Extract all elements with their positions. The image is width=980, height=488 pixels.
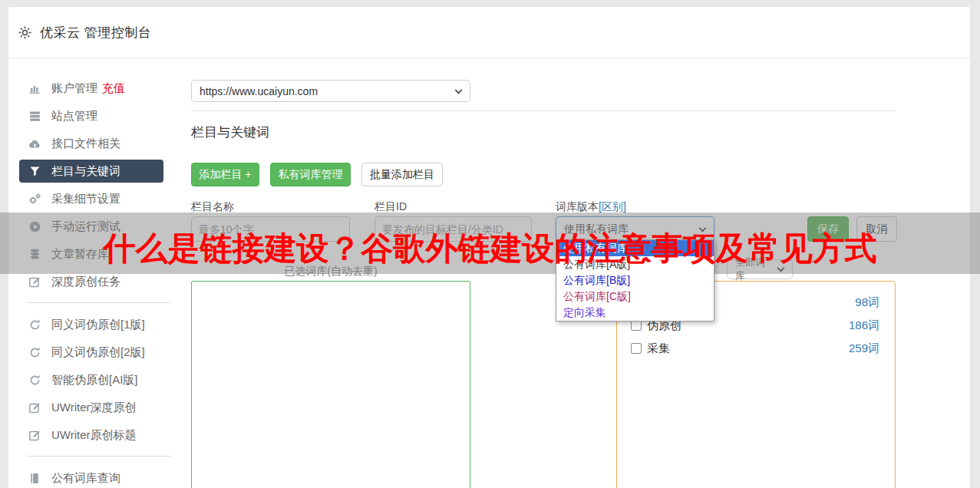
section-title: 栏目与关键词 [191,124,269,141]
chevron-down-icon [455,86,463,94]
site-select-value: https://www.ucaiyun.com [200,85,318,97]
overlay-band [0,213,980,274]
add-column-button[interactable]: 添加栏目 + [191,163,259,186]
site-select[interactable]: https://www.ucaiyun.com [191,80,470,102]
word-list-checkbox[interactable] [631,343,642,354]
selected-words-box[interactable] [191,281,470,488]
dropdown-option[interactable]: 使用私有词库 [556,240,714,256]
dropdown-option[interactable]: 公有词库[C版] [556,289,714,305]
word-count: 259词 [849,341,879,356]
dropdown-option[interactable]: 公有词库[B版] [556,272,714,289]
batch-add-column-button[interactable]: 批量添加栏目 [361,163,443,186]
word-count: 186词 [849,318,879,333]
dropdown-option[interactable]: 公有词库[A版] [556,256,714,272]
private-thesaurus-button[interactable]: 私有词库管理 [270,163,351,186]
content-divider [191,110,896,111]
word-count: 98词 [855,295,879,310]
word-list-row: 采集259词 [617,337,895,360]
version-difference-link[interactable]: [区别] [599,200,626,213]
word-list-label: 采集 [647,341,670,356]
word-list-checkbox[interactable] [631,320,642,331]
dropdown-option[interactable]: 定向采集 [556,305,714,321]
version-select-dropdown: 使用私有词库公有词库[A版]公有词库[B版]公有词库[C版]定向采集 [556,239,714,321]
